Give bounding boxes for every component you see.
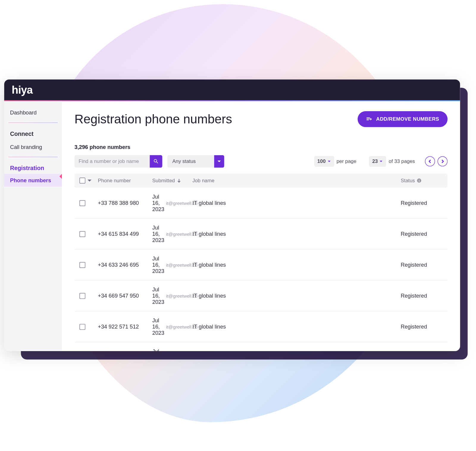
- cell-submitted: Jul 16, 2023 it@greetwell.co: [152, 317, 192, 336]
- search-button[interactable]: [150, 155, 162, 168]
- row-checkbox[interactable]: [79, 200, 85, 206]
- current-page-select[interactable]: 23: [369, 156, 386, 167]
- titlebar: hiya: [4, 79, 460, 100]
- status-dropdown-button[interactable]: [214, 155, 224, 168]
- app-window: hiya Dashboard Connect Call branding Reg…: [4, 79, 460, 351]
- row-checkbox[interactable]: [79, 262, 85, 268]
- cell-submitted: Jul 16, 2023 it@greetwell.co: [152, 286, 192, 305]
- brand-logo: hiya: [12, 83, 32, 96]
- per-page-label: per page: [336, 158, 356, 164]
- cell-submitted: Jul 16, 2023 it@greetwell.co: [152, 224, 192, 243]
- per-page-select[interactable]: 100: [314, 156, 334, 167]
- cell-status: Registered: [401, 200, 443, 206]
- cell-phone: +34 922 571 512: [98, 323, 152, 330]
- table-row[interactable]: +34 922 571 512 Jul 16, 2023 it@greetwel…: [74, 311, 447, 342]
- table-row[interactable]: +34 633 246 695 Jul 16, 2023 it@greetwel…: [74, 249, 447, 280]
- search-input[interactable]: [74, 155, 150, 168]
- header-submitted[interactable]: Submitted: [152, 178, 192, 184]
- cell-status: Registered: [401, 231, 443, 237]
- table-row[interactable]: +34 669 547 950 Jul 16, 2023 it@greetwel…: [74, 280, 447, 311]
- table-row[interactable]: +33 788 388 980 Jul 16, 2023 it@greetwel…: [74, 188, 447, 219]
- sidebar: Dashboard Connect Call branding Registra…: [4, 101, 62, 351]
- svg-text:i: i: [419, 179, 419, 183]
- cell-job: IT global lines: [192, 293, 401, 299]
- caret-down-icon: [217, 159, 221, 164]
- row-checkbox[interactable]: [79, 293, 85, 299]
- search-icon: [153, 158, 159, 164]
- cell-job: IT global lines: [192, 200, 401, 206]
- select-all-checkbox[interactable]: [79, 178, 85, 184]
- cell-job: IT global lines: [192, 231, 401, 237]
- phone-numbers-table: Phone number Submitted Job name Status i…: [74, 173, 447, 351]
- chevron-right-icon: [441, 159, 445, 164]
- header-status[interactable]: Status i: [401, 178, 443, 184]
- cell-submitted: Jul 16, 2023 it@greetwell.co: [152, 348, 192, 351]
- sidebar-heading-connect: Connect: [4, 125, 62, 140]
- row-checkbox[interactable]: [79, 324, 85, 330]
- cell-phone: +34 615 834 499: [98, 231, 152, 237]
- per-page-value: 100: [317, 158, 325, 164]
- sidebar-item-phone-numbers[interactable]: Phone numbers: [4, 174, 62, 187]
- header-job[interactable]: Job name: [192, 178, 401, 184]
- playlist-add-icon: [366, 116, 373, 122]
- cell-job: IT global lines: [192, 262, 401, 268]
- table-row[interactable]: +34 952 234 089 Jul 16, 2023 it@greetwel…: [74, 342, 447, 351]
- prev-page-button[interactable]: [425, 156, 435, 166]
- count-text: 3,296 phone numbers: [74, 144, 447, 150]
- cell-phone: +34 669 547 950: [98, 293, 152, 299]
- sidebar-item-call-branding[interactable]: Call branding: [4, 140, 62, 154]
- add-button-label: ADD/REMOVE NUMBERS: [376, 116, 439, 122]
- status-filter[interactable]: Any status: [167, 155, 214, 168]
- header-phone[interactable]: Phone number: [98, 178, 152, 184]
- add-remove-numbers-button[interactable]: ADD/REMOVE NUMBERS: [358, 111, 447, 127]
- caret-down-icon: [327, 160, 331, 163]
- cell-submitted: Jul 16, 2023 it@greetwell.co: [152, 255, 192, 274]
- page-title: Registration phone numbers: [74, 112, 232, 126]
- row-checkbox[interactable]: [79, 231, 85, 237]
- sidebar-divider: [8, 122, 58, 123]
- current-page-value: 23: [372, 158, 378, 164]
- sidebar-item-dashboard[interactable]: Dashboard: [4, 105, 62, 120]
- chevron-left-icon: [428, 159, 432, 164]
- of-pages-label: of 33 pages: [389, 158, 415, 164]
- caret-down-icon[interactable]: [87, 178, 92, 183]
- next-page-button[interactable]: [438, 156, 448, 166]
- sidebar-heading-registration: Registration: [4, 160, 62, 174]
- cell-status: Registered: [401, 262, 443, 268]
- arrow-down-icon: [176, 178, 181, 183]
- table-header-row: Phone number Submitted Job name Status i: [74, 173, 447, 188]
- sidebar-divider: [8, 157, 58, 157]
- caret-down-icon: [380, 160, 383, 163]
- main-content: Registration phone numbers ADD/REMOVE NU…: [62, 101, 460, 351]
- info-icon: i: [416, 178, 422, 183]
- cell-phone: +34 633 246 695: [98, 262, 152, 268]
- cell-job: IT global lines: [192, 323, 401, 330]
- cell-phone: +33 788 388 980: [98, 200, 152, 206]
- cell-status: Registered: [401, 293, 443, 299]
- cell-status: Registered: [401, 323, 443, 330]
- table-row[interactable]: +34 615 834 499 Jul 16, 2023 it@greetwel…: [74, 219, 447, 249]
- cell-submitted: Jul 16, 2023 it@greetwell.co: [152, 194, 192, 212]
